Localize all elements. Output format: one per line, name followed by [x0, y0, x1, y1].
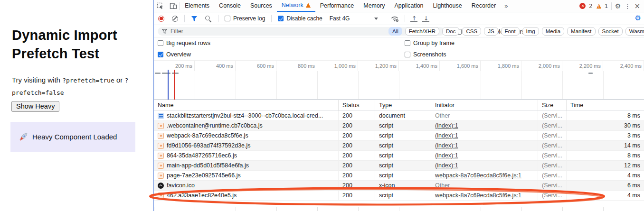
device-toolbar-button[interactable]: [167, 0, 180, 12]
tab-elements[interactable]: Elements: [180, 0, 214, 12]
chip-media[interactable]: Media: [542, 27, 564, 36]
network-request-row[interactable]: ‹›864-35da487265716ec6.js200script(index…: [154, 151, 644, 161]
chip-manifest[interactable]: Manifest: [567, 27, 595, 36]
network-request-row[interactable]: favicon.ico200x-iconOther(Servi...6 ms: [154, 181, 644, 191]
request-initiator[interactable]: webpack-8a7c69ecda8c5f6e.js:1: [431, 171, 538, 181]
tab-console[interactable]: Console: [214, 0, 246, 12]
chip-img[interactable]: Img: [522, 27, 539, 36]
network-request-row[interactable]: ‹›webpack-8a7c69ecda8c5f6e.js200script(i…: [154, 131, 644, 141]
request-name-cell[interactable]: favicon.ico: [154, 181, 338, 191]
filter-funnel-icon[interactable]: [191, 16, 198, 22]
code-prefetch-false-q: ?: [124, 77, 128, 84]
throttling-dropdown-icon[interactable]: [374, 18, 378, 20]
clear-network-log-button[interactable]: [172, 16, 178, 22]
initiator-text[interactable]: (index):1: [435, 122, 458, 129]
request-name-cell[interactable]: ‹›fd9d1056-693ad74f37592d3e.js: [154, 141, 338, 151]
option-overview[interactable]: Overview: [158, 51, 191, 58]
column-size[interactable]: Size: [538, 100, 566, 110]
chip-doc[interactable]: Doc: [442, 27, 459, 36]
network-overview-strip[interactable]: [154, 71, 644, 100]
import-har-icon[interactable]: ↑: [410, 16, 417, 22]
request-status: 200: [338, 131, 375, 141]
network-request-row[interactable]: ‹›.webcontainer@runtime.cb7c0bca.js200sc…: [154, 121, 644, 131]
column-initiator[interactable]: Initiator: [431, 100, 538, 110]
warning-count[interactable]: 1: [605, 3, 608, 9]
initiator-text[interactable]: (index):1: [435, 132, 458, 139]
option-group-by-frame[interactable]: Group by frame: [405, 40, 455, 46]
chip-font[interactable]: Font: [501, 27, 520, 36]
tab-performance[interactable]: Performance: [315, 0, 359, 12]
tab-application[interactable]: Application: [389, 0, 428, 12]
tab-recorder[interactable]: Recorder: [467, 0, 501, 12]
column-name[interactable]: Name: [154, 100, 338, 110]
request-name-cell[interactable]: ‹›864-35da487265716ec6.js: [154, 151, 338, 161]
close-devtools-icon[interactable]: ×: [634, 2, 640, 10]
column-status[interactable]: Status: [338, 100, 375, 110]
kebab-menu-icon[interactable]: ⋮: [624, 2, 631, 10]
initiator-text[interactable]: webpack-8a7c69ecda8c5f6e.js:1: [435, 192, 521, 199]
request-initiator[interactable]: (index):1: [431, 161, 538, 171]
option-checkbox[interactable]: [158, 40, 163, 46]
request-initiator[interactable]: (index):1: [431, 121, 538, 131]
warning-count-icon[interactable]: [597, 4, 601, 9]
chip-fetch-xhr[interactable]: Fetch/XHR: [405, 27, 439, 36]
request-initiator[interactable]: (index):1: [431, 141, 538, 151]
request-type: x-icon: [375, 181, 431, 191]
option-checkbox[interactable]: [405, 40, 410, 46]
request-name-cell[interactable]: ‹›462.a33aae1ec82e40e5.js: [154, 191, 338, 201]
settings-gear-icon[interactable]: ⚙: [615, 2, 621, 10]
request-name-cell[interactable]: ‹›webpack-8a7c69ecda8c5f6e.js: [154, 131, 338, 141]
request-name-cell[interactable]: ‹›main-app-dd5d01d5f584e6fa.js: [154, 161, 338, 171]
tab-sources[interactable]: Sources: [246, 0, 277, 12]
initiator-text[interactable]: (index):1: [435, 162, 458, 169]
request-time: 3 ms: [566, 131, 644, 141]
option-screenshots[interactable]: Screenshots: [405, 51, 446, 58]
network-request-row[interactable]: ‹›page-7ae23e0925745e66.js200scriptwebpa…: [154, 171, 644, 181]
tab-label: Recorder: [472, 0, 496, 12]
intro-text: Try visiting with ?prefetch=true or ?pre…: [12, 74, 144, 99]
request-initiator[interactable]: (index):1: [431, 151, 538, 161]
disable-cache-label[interactable]: Disable cache: [286, 15, 322, 22]
record-network-log-button[interactable]: [158, 16, 164, 22]
option-checkbox[interactable]: [158, 52, 163, 57]
tab-memory[interactable]: Memory: [359, 0, 389, 12]
chip-css[interactable]: CSS: [462, 27, 481, 36]
error-count-icon[interactable]: ×: [579, 3, 586, 9]
chip-all[interactable]: All: [388, 27, 402, 36]
search-icon[interactable]: [205, 15, 212, 22]
initiator-text[interactable]: webpack-8a7c69ecda8c5f6e.js:1: [435, 172, 521, 179]
network-settings-gear-icon[interactable]: ⚙: [635, 14, 641, 22]
network-request-row[interactable]: stackblitzstarterstjnv2bui-stz4--3000--c…: [154, 111, 644, 121]
chip-js[interactable]: JS: [484, 27, 498, 36]
initiator-text[interactable]: (index):1: [435, 142, 458, 149]
throttling-select-value[interactable]: Fast 4G: [330, 15, 350, 22]
initiator-text[interactable]: (index):1: [435, 152, 458, 159]
request-initiator[interactable]: (index):1: [431, 131, 538, 141]
chip-wasm[interactable]: Wasm: [625, 27, 644, 36]
network-request-row[interactable]: ‹›fd9d1056-693ad74f37592d3e.js200script(…: [154, 141, 644, 151]
export-har-icon[interactable]: ↓: [422, 16, 429, 22]
network-request-row[interactable]: ‹›main-app-dd5d01d5f584e6fa.js200script(…: [154, 161, 644, 171]
network-conditions-icon[interactable]: [390, 15, 399, 22]
tab-network[interactable]: Network: [277, 0, 315, 12]
preserve-log-label[interactable]: Preserve log: [233, 15, 265, 22]
preserve-log-checkbox[interactable]: [225, 16, 230, 21]
option-big-request-rows[interactable]: Big request rows: [158, 40, 210, 46]
request-name-cell[interactable]: stackblitzstarterstjnv2bui-stz4--3000--c…: [154, 111, 338, 121]
request-name-cell[interactable]: ‹›.webcontainer@runtime.cb7c0bca.js: [154, 121, 338, 131]
error-count[interactable]: 2: [589, 3, 592, 9]
inspect-element-button[interactable]: [154, 0, 167, 12]
request-initiator[interactable]: webpack-8a7c69ecda8c5f6e.js:1: [431, 191, 538, 201]
network-request-row[interactable]: ‹›462.a33aae1ec82e40e5.js200scriptwebpac…: [154, 191, 644, 201]
disable-cache-checkbox[interactable]: [278, 16, 284, 21]
request-name-cell[interactable]: ‹›page-7ae23e0925745e66.js: [154, 171, 338, 181]
request-size: (Servi...: [538, 171, 566, 181]
tab-warning-icon: [306, 3, 311, 8]
column-time[interactable]: Time: [566, 100, 644, 110]
column-type[interactable]: Type: [375, 100, 431, 110]
more-tabs-button[interactable]: »: [501, 2, 511, 9]
option-checkbox[interactable]: [405, 52, 410, 57]
chip-socket[interactable]: Socket: [598, 27, 623, 36]
tab-lighthouse[interactable]: Lighthouse: [428, 0, 467, 12]
show-heavy-button[interactable]: Show Heavy: [11, 101, 59, 112]
